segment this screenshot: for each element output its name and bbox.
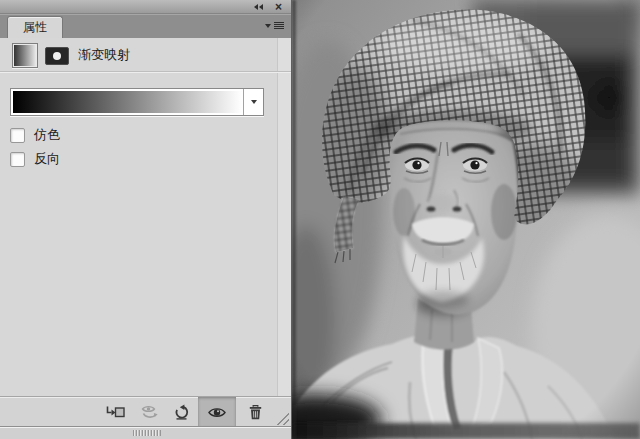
dither-row: 仿色 — [10, 127, 60, 143]
panel-bottom-strip — [0, 426, 291, 439]
collapse-to-icons-button[interactable] — [254, 4, 263, 10]
dither-label: 仿色 — [34, 126, 60, 144]
clip-to-layer-button[interactable] — [100, 397, 130, 427]
dither-checkbox[interactable] — [10, 128, 25, 143]
menu-lines-icon — [274, 22, 284, 29]
reverse-label: 反向 — [34, 150, 60, 168]
panel-menu-button[interactable] — [265, 22, 284, 29]
toggle-visibility-button[interactable] — [198, 397, 236, 427]
reset-button[interactable] — [167, 397, 195, 427]
panel-group-topbar: × — [0, 0, 291, 14]
adjustment-title: 渐变映射 — [78, 46, 130, 64]
triangle-down-icon — [251, 100, 257, 104]
eye-history-icon — [140, 404, 159, 420]
trash-icon — [247, 404, 264, 421]
close-panel-button[interactable]: × — [275, 3, 282, 11]
panel-content: 渐变映射 仿色 反向 — [0, 38, 291, 397]
reverse-checkbox[interactable] — [10, 152, 25, 167]
panel-resize-grip[interactable] — [273, 409, 289, 425]
scrollbar-track — [277, 38, 291, 397]
gradient-swatch[interactable] — [13, 91, 242, 113]
clip-to-layer-icon — [105, 404, 125, 421]
layer-mask-thumbnail-icon — [45, 47, 69, 65]
reverse-row: 反向 — [10, 151, 60, 167]
triangle-down-icon — [265, 24, 271, 28]
properties-panel: × 属性 渐变映射 仿色 反向 — [0, 0, 292, 439]
gradient-dropdown-button[interactable] — [243, 89, 263, 115]
panel-toolbar — [0, 396, 291, 427]
tab-properties[interactable]: 属性 — [7, 16, 63, 38]
delete-button[interactable] — [241, 397, 269, 427]
eye-icon — [207, 405, 227, 420]
panel-tabbar: 属性 — [0, 14, 291, 38]
panel-drag-gripper[interactable] — [133, 430, 161, 436]
document-canvas[interactable] — [292, 0, 640, 439]
gradient-map-thumbnail-icon — [12, 43, 38, 68]
left-triangle-icon — [254, 4, 258, 10]
view-previous-state-button[interactable] — [133, 397, 165, 427]
gradient-picker[interactable] — [10, 88, 264, 116]
left-triangle-icon — [259, 4, 263, 10]
portrait-photo — [292, 0, 640, 439]
header-divider — [0, 71, 291, 73]
reset-arrow-icon — [173, 404, 190, 421]
